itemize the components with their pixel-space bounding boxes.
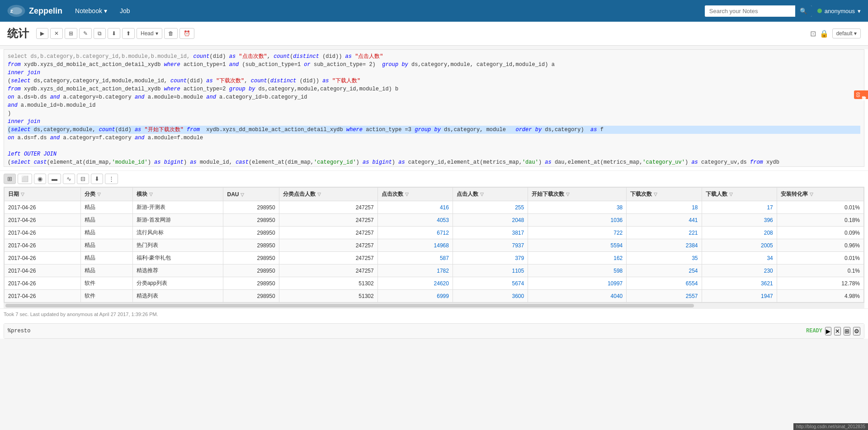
brand-logo[interactable]: Z Zeppelin (7, 4, 62, 18)
page-right-controls: ⊡ 🔒 default ▾ (810, 28, 861, 38)
cell-r1-c8: 441 (627, 214, 702, 227)
stop-button[interactable]: ✕ (50, 28, 63, 39)
cell-r3-c9: 2005 (702, 239, 777, 252)
cell-r2-c0: 2017-04-26 (5, 227, 81, 239)
cell-settings-btn[interactable]: ⚙ (853, 327, 860, 335)
cell-r0-c3: 298950 (223, 201, 279, 214)
sql-blank (8, 142, 860, 150)
user-info[interactable]: anonymous ▾ (817, 8, 861, 14)
bottom-cell: %presto READY ▶ ✕ ⊞ ⚙ (4, 323, 864, 339)
sql-line-8: on a.ds=f.ds and a.category=f.category a… (8, 134, 860, 142)
tb-download-btn[interactable]: ⬇ (91, 174, 103, 184)
cell-r0-c6: 255 (453, 201, 528, 214)
tb-scatter-btn[interactable]: ⊟ (77, 174, 89, 184)
monitor-icon[interactable]: ⊡ (810, 29, 816, 38)
tb-more-btn[interactable]: ⋮ (105, 174, 118, 184)
right-annotation[interactable]: 点赞加速 69 (854, 90, 868, 99)
cell-r6-c2: 分类app列表 (132, 277, 223, 290)
export-button[interactable]: ⬇ (108, 28, 120, 39)
tb-pie-btn[interactable]: ◉ (34, 174, 46, 184)
run-all-button[interactable]: ▶ (36, 28, 48, 39)
cell-table-btn[interactable]: ⊞ (844, 327, 850, 335)
cell-r2-c5: 6712 (377, 227, 453, 239)
cell-run-btn[interactable]: ▶ (825, 327, 831, 335)
import-button[interactable]: ⬆ (122, 28, 135, 39)
cell-r2-c3: 298950 (223, 227, 279, 239)
sql-line-1: select ds,b.category,b.category_id,b.mod… (8, 52, 860, 61)
svg-text:Z: Z (10, 9, 13, 14)
lock-icon[interactable]: 🔒 (820, 29, 829, 38)
main-content: select ds,b.category,b.category_id,b.mod… (0, 49, 868, 339)
cell-r3-c8: 2384 (627, 239, 702, 252)
default-button[interactable]: default ▾ (832, 28, 861, 38)
tb-area-btn[interactable]: ▬ (48, 174, 61, 184)
col-download-count: 下载次数▽ (627, 188, 702, 201)
table-button[interactable]: ⊞ (65, 28, 77, 39)
bottom-cell-editor: %presto READY ▶ ✕ ⊞ ⚙ (4, 324, 864, 338)
annotation-count: 69 (855, 92, 860, 97)
col-dau: DAU▽ (223, 188, 279, 201)
cell-r6-c0: 2017-04-26 (5, 277, 81, 290)
cell-r7-c9: 1947 (702, 290, 777, 302)
tb-line-btn[interactable]: ∿ (63, 174, 75, 184)
table-row: 2017-04-26软件分类app列表298950513022462056741… (5, 277, 864, 290)
cell-r1-c1: 精品 (81, 214, 132, 227)
cell-r3-c10: 0.96% (777, 239, 863, 252)
nav-notebook[interactable]: Notebook ▾ (70, 5, 113, 17)
cell-r1-c4: 247257 (279, 214, 377, 227)
cell-r6-c4: 51302 (279, 277, 377, 290)
brand-name: Zeppelin (29, 6, 62, 16)
username: anonymous (825, 8, 855, 14)
cell-r2-c4: 247257 (279, 227, 377, 239)
clock-button[interactable]: ⏰ (179, 28, 194, 39)
cell-r7-c4: 51302 (279, 290, 377, 302)
sql-editor[interactable]: select ds,b.category,b.category_id,b.mod… (4, 49, 864, 167)
head-button[interactable]: Head ▾ (137, 28, 162, 39)
search-button[interactable]: 🔍 (795, 5, 812, 17)
cell-r1-c3: 298950 (223, 214, 279, 227)
tb-table-btn[interactable]: ⊞ (4, 174, 16, 184)
data-table-wrapper: 日期▽ 分类▽ 模块▽ DAU▽ 分类点击人数▽ 点击次数▽ 点击人数▽ 开始下… (4, 187, 864, 303)
search-input[interactable] (705, 5, 795, 17)
table-row: 2017-04-26精品福利-豪华礼包298950247257587379162… (5, 252, 864, 265)
col-click-people: 点击人数▽ (453, 188, 528, 201)
cell-r3-c0: 2017-04-26 (5, 239, 81, 252)
zeppelin-logo: Z (7, 4, 25, 18)
cell-r5-c10: 0.1% (777, 265, 863, 277)
cell-r3-c2: 热门列表 (132, 239, 223, 252)
table-header-row: 日期▽ 分类▽ 模块▽ DAU▽ 分类点击人数▽ 点击次数▽ 点击人数▽ 开始下… (5, 188, 864, 201)
cell-r0-c10: 0.01% (777, 201, 863, 214)
cell-r7-c0: 2017-04-26 (5, 290, 81, 302)
cell-r0-c7: 38 (528, 201, 627, 214)
copy-button[interactable]: ⧉ (94, 28, 106, 39)
sql-line-paren: ) (8, 109, 860, 118)
cell-r5-c9: 230 (702, 265, 777, 277)
table-row: 2017-04-26精品新游-首发网游298950247257405320481… (5, 214, 864, 227)
nav-job[interactable]: Job (114, 5, 136, 17)
cell-r2-c8: 221 (627, 227, 702, 239)
search-box: 🔍 (705, 5, 812, 17)
edit-button[interactable]: ✎ (79, 28, 92, 39)
cell-r7-c5: 6999 (377, 290, 453, 302)
delete-button[interactable]: 🗑 (164, 28, 178, 39)
cell-r2-c2: 流行风向标 (132, 227, 223, 239)
col-category: 分类▽ (81, 188, 132, 201)
cell-r4-c5: 587 (377, 252, 453, 265)
table-scrollbar[interactable] (4, 303, 864, 308)
cell-r5-c1: 精品 (81, 265, 132, 277)
cell-r6-c10: 12.78% (777, 277, 863, 290)
sql-line-left-outer: left OUTER JOIN (8, 150, 860, 158)
cell-interpreter: %presto (8, 328, 30, 334)
cell-r7-c2: 精选列表 (132, 290, 223, 302)
cell-stop-btn[interactable]: ✕ (834, 327, 841, 335)
data-table: 日期▽ 分类▽ 模块▽ DAU▽ 分类点击人数▽ 点击次数▽ 点击人数▽ 开始下… (4, 187, 864, 302)
cell-r6-c9: 3621 (702, 277, 777, 290)
cell-r0-c4: 247257 (279, 201, 377, 214)
cell-r0-c5: 416 (377, 201, 453, 214)
cell-r2-c9: 208 (702, 227, 777, 239)
cell-r6-c1: 软件 (81, 277, 132, 290)
cell-r2-c6: 3817 (453, 227, 528, 239)
cell-r6-c3: 298950 (223, 277, 279, 290)
tb-bar-btn[interactable]: ⬜ (18, 174, 32, 184)
cell-r3-c5: 14968 (377, 239, 453, 252)
